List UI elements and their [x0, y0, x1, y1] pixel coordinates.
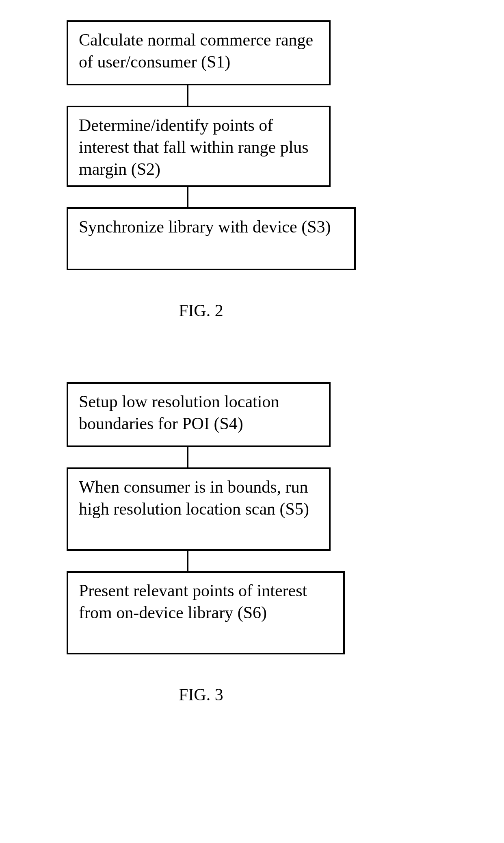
figure-2-label: FIG. 2: [179, 301, 223, 320]
connector-s2-s3: [187, 187, 188, 207]
step-s6: Present relevant points of interest from…: [67, 571, 345, 654]
step-s5: When consumer is in bounds, run high res…: [67, 467, 331, 551]
step-s5-text: When consumer is in bounds, run high res…: [79, 478, 309, 518]
figure-2-label-text: FIG. 2: [179, 301, 223, 320]
connector-s1-s2: [187, 85, 188, 106]
connector-s4-s5: [187, 447, 188, 467]
connector-s5-s6: [187, 551, 188, 571]
step-s3: Synchronize library with device (S3): [67, 207, 356, 270]
step-s1-text: Calculate normal commerce range of user/…: [79, 30, 313, 71]
step-s3-text: Synchronize library with device (S3): [79, 217, 331, 236]
step-s1: Calculate normal commerce range of user/…: [67, 20, 331, 85]
figure-3-label: FIG. 3: [179, 685, 223, 704]
step-s4: Setup low resolution location boundaries…: [67, 382, 331, 447]
step-s2-text: Determine/identify points of interest th…: [79, 116, 309, 178]
step-s6-text: Present relevant points of interest from…: [79, 581, 307, 622]
step-s4-text: Setup low resolution location boundaries…: [79, 392, 279, 433]
diagram-canvas: Calculate normal commerce range of user/…: [0, 0, 504, 843]
step-s2: Determine/identify points of interest th…: [67, 106, 331, 187]
figure-3-label-text: FIG. 3: [179, 685, 223, 704]
